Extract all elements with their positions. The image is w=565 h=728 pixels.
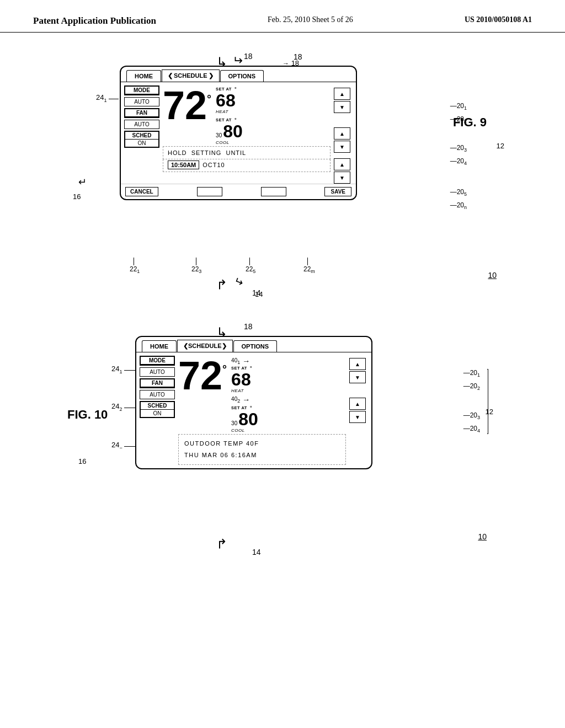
auto1-btn-fig9[interactable]: AUTO: [124, 97, 159, 106]
ref30-fig9: 30: [216, 132, 222, 138]
ref-20-2: —202: [450, 115, 467, 124]
cool-value-fig9: 80: [223, 122, 243, 140]
cancel-btn-fig9[interactable]: CANCEL: [125, 187, 158, 196]
auto2-btn-fig10[interactable]: AUTO: [140, 390, 175, 399]
mode-btn-fig9[interactable]: MODE: [124, 85, 159, 95]
heat-setpoint-fig9: SET AT ° 68 HEAT: [216, 87, 243, 114]
ref-22-3: 223: [191, 265, 201, 274]
ref-20-2-fig10: —202: [463, 382, 480, 391]
ref-22-1: 221: [130, 265, 140, 274]
outdoor-box-fig10: OUTDOOR TEMP 40F THU MAR 06 6:16AM: [178, 434, 346, 465]
sched-btn-fig9[interactable]: SCHED ON: [124, 131, 159, 148]
ref-20-5: —205: [450, 188, 467, 197]
ref30-fig10: 30: [231, 420, 237, 426]
tab-home-fig9[interactable]: HOME: [126, 70, 161, 82]
empty-btn2-fig9[interactable]: [261, 187, 286, 196]
fan-btn-fig9[interactable]: FAN: [124, 108, 159, 118]
patent-header: Patent Application Publication Feb. 25, …: [0, 0, 565, 33]
current-temp-fig10: 72°: [178, 356, 227, 395]
curve-14-fig9: ↳: [216, 276, 227, 292]
ref24-fig9: 241: [96, 93, 106, 103]
ref16-fig9: 16: [73, 192, 81, 201]
line24-fig9: [109, 99, 119, 99]
down-arrow-1-fig9[interactable]: ▼: [334, 101, 350, 113]
thermo-body-fig10: MODE AUTO FAN AUTO SCHED ON: [136, 352, 371, 468]
tab-schedule-fig10[interactable]: ❮SCHEDULE❯: [177, 340, 233, 352]
up-arrow-2-fig9[interactable]: ▲: [334, 127, 350, 140]
center-area-fig9: 72° SET AT ° 68 HEAT: [163, 85, 331, 184]
heat-value-fig9: 68: [216, 92, 236, 109]
ref-20-n: —20n: [450, 201, 467, 210]
auto1-btn-fig10[interactable]: AUTO: [140, 367, 175, 377]
tab-options-fig9[interactable]: OPTIONS: [220, 70, 264, 82]
center-area-fig10: 72° 401 → SET AT °: [178, 356, 346, 465]
fig10-label: FIG. 10: [67, 408, 108, 422]
mode-btn-fig10[interactable]: MODE: [140, 356, 175, 366]
tab-schedule-fig9[interactable]: ❮SCHEDULE❯: [162, 69, 220, 82]
down-arrow-1-fig10[interactable]: ▼: [349, 371, 366, 383]
tabs-row-fig9: HOME ❮SCHEDULE❯ OPTIONS: [121, 67, 356, 82]
arrow16-fig9: ↵: [78, 176, 87, 188]
right-arrows-fig10: ▲ ▼ ▲ ▼: [349, 356, 368, 465]
tab-options-fig10[interactable]: OPTIONS: [233, 340, 278, 352]
header-right: US 2010/0050108 A1: [465, 15, 532, 24]
ref12-fig9: 12: [497, 142, 504, 150]
save-btn-fig9[interactable]: SAVE: [324, 187, 351, 196]
auto2-btn-fig9[interactable]: AUTO: [124, 120, 159, 129]
ref10-fig9: 10: [488, 271, 497, 280]
thermostat-fig10: HOME ❮SCHEDULE❯ OPTIONS MODE AUTO: [135, 336, 372, 469]
ref-20-4: —204: [450, 157, 467, 166]
left-controls-fig10: MODE AUTO FAN AUTO SCHED ON: [140, 356, 175, 465]
fan-btn-fig10[interactable]: FAN: [140, 378, 175, 388]
curve-14-fig10: ↳: [216, 536, 227, 551]
thermo-body-fig9: MODE AUTO FAN AUTO SCHED ON: [121, 82, 356, 184]
curve-18-fig9: ↳: [216, 55, 227, 70]
ref-22-m: 22m: [303, 265, 315, 274]
hold-box-fig9: HOLD SETTING UNTIL: [163, 146, 331, 159]
cool-setpoint-area-fig9: SET AT ° 30 80 COOL: [216, 116, 243, 145]
thermostat-fig9: HOME ❮SCHEDULE❯ OPTIONS MODE AUTO: [120, 66, 357, 200]
tabs-row-fig10: HOME ❮SCHEDULE❯ OPTIONS: [136, 337, 371, 352]
ref-20-3-fig10: —203: [463, 411, 480, 420]
ref18-label-fig9: 18: [294, 52, 302, 61]
down-arrow-2-fig9[interactable]: ▼: [334, 141, 350, 153]
ref-20-4-fig10: —204: [463, 425, 480, 433]
left-controls-fig9: MODE AUTO FAN AUTO SCHED ON: [124, 85, 159, 184]
ref-20-1: —201: [450, 102, 467, 111]
ref-22-5: 225: [246, 265, 255, 274]
up-arrow-3-fig9[interactable]: ▲: [334, 158, 350, 170]
cool-setpoint-fig10: 402 → SET AT ° 30 80 COOL: [231, 395, 258, 433]
outdoor-line2: THU MAR 06 6:16AM: [184, 449, 340, 461]
header-left: Patent Application Publication: [33, 15, 156, 26]
header-center: Feb. 25, 2010 Sheet 5 of 26: [268, 15, 353, 24]
ref-20-3: —203: [450, 144, 467, 153]
heat-value-fig10: 68: [231, 371, 251, 388]
ref16-fig10: 16: [78, 457, 86, 465]
ref24-2-fig10: 242: [111, 402, 122, 412]
sched-btn-fig10[interactable]: SCHED ON: [140, 401, 175, 418]
bottom-buttons-fig9: CANCEL SAVE: [121, 184, 356, 199]
up-arrow-1-fig10[interactable]: ▲: [349, 358, 366, 370]
cool-value-fig10: 80: [238, 410, 258, 428]
ref24-1-fig10: 241: [111, 365, 122, 374]
arrow14-fig9: ↵: [232, 274, 245, 290]
down-arrow-3-fig9[interactable]: ▼: [334, 172, 350, 184]
ref24-3-fig10: 24−: [111, 441, 122, 451]
heat-setpoint-fig10: 401 → SET AT ° 68 HEAT: [231, 357, 258, 393]
outdoor-line1: OUTDOOR TEMP 40F: [184, 438, 340, 449]
hold-time-fig9: 10:50AM: [168, 160, 199, 169]
current-temp-fig9: 72°: [163, 85, 211, 125]
down-arrow-2-fig10[interactable]: ▼: [349, 411, 366, 423]
up-arrow-2-fig10[interactable]: ▲: [349, 398, 366, 410]
ref10-fig10: 10: [478, 532, 487, 541]
up-arrow-1-fig9[interactable]: ▲: [334, 88, 350, 100]
hold-date-fig9: OCT10: [202, 162, 225, 168]
right-arrows-fig9: ▲ ▼ ▲ ▼ ▲ ▼: [334, 85, 353, 184]
ref12-fig10: 12: [486, 408, 493, 416]
tab-home-fig10[interactable]: HOME: [142, 340, 177, 352]
empty-btn1-fig9[interactable]: [197, 187, 222, 196]
ref-20-1-fig10: —201: [463, 369, 480, 378]
